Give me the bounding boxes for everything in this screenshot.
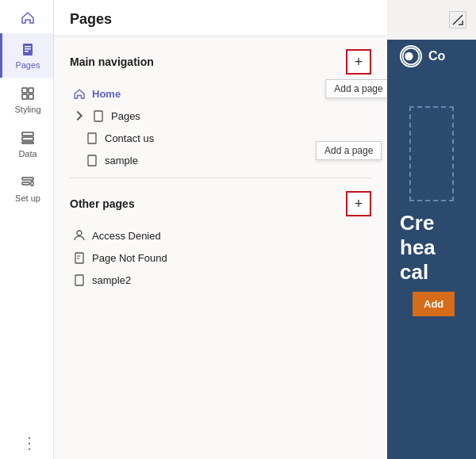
add-main-nav-page-button[interactable]: + <box>346 49 371 75</box>
resize-icon[interactable] <box>449 11 466 29</box>
preview-panel: Co Cre hea cal Add <box>387 0 476 459</box>
nav-sample-label: sample <box>105 155 138 166</box>
svg-rect-12 <box>22 182 29 185</box>
sidebar-more-button[interactable]: ... <box>12 436 41 453</box>
nav-item-pages[interactable]: Pages <box>70 105 371 127</box>
nav-home-label: Home <box>92 88 121 100</box>
preview-header-bar: Co <box>387 40 476 73</box>
page-icon <box>92 109 105 122</box>
pages-panel: Pages Main navigation + Add a page Home <box>54 0 387 459</box>
nav-item-page-not-found[interactable]: Page Not Found <box>70 247 371 269</box>
sidebar-item-home[interactable] <box>0 0 53 33</box>
sidebar-pages-label: Pages <box>15 60 40 70</box>
other-pages-header: Other pages + <box>70 191 371 216</box>
svg-rect-2 <box>25 48 31 50</box>
chevron-right-icon <box>73 109 86 122</box>
sidebar-item-styling[interactable]: Styling <box>0 78 53 122</box>
svg-rect-9 <box>22 137 33 140</box>
svg-rect-10 <box>22 142 33 143</box>
sidebar-styling-label: Styling <box>14 105 40 114</box>
sidebar: Pages Styling Data Set up ... <box>0 0 54 459</box>
page-icon-sample2 <box>73 273 86 286</box>
other-pages-section: Other pages + Access Denied <box>54 178 387 291</box>
panel-header: Pages <box>54 0 387 36</box>
preview-top-bar <box>387 0 476 40</box>
preview-dashed-box <box>409 106 454 201</box>
svg-point-21 <box>405 52 413 60</box>
user-page-icon-notfound <box>73 251 86 264</box>
user-page-icon-access <box>73 229 86 242</box>
svg-rect-7 <box>29 94 33 99</box>
svg-rect-16 <box>88 155 96 166</box>
nav-sample2-label: sample2 <box>92 274 131 286</box>
main-nav-header: Main navigation + <box>70 49 371 75</box>
sidebar-setup-label: Set up <box>15 193 40 203</box>
panel-title: Pages <box>70 11 112 27</box>
sidebar-item-pages[interactable]: Pages <box>0 33 53 78</box>
sidebar-data-label: Data <box>18 149 36 159</box>
preview-hero-title: Cre hea cal <box>400 211 463 285</box>
plus-icon: + <box>355 54 363 71</box>
nav-item-sample2[interactable]: sample2 <box>70 269 371 291</box>
svg-rect-19 <box>75 275 83 285</box>
svg-rect-6 <box>22 94 27 99</box>
svg-rect-3 <box>25 51 29 52</box>
page-icon-sample <box>86 154 98 166</box>
preview-add-button[interactable]: Add <box>413 292 455 316</box>
nav-pages-label: Pages <box>111 110 140 122</box>
preview-logo-circle <box>400 45 422 67</box>
other-pages-list: Access Denied Page Not Found sample2 <box>70 224 371 291</box>
main-nav-title: Main navigation <box>70 55 154 68</box>
add-page-tooltip: Add a page <box>316 141 382 160</box>
svg-rect-15 <box>88 133 96 143</box>
preview-logo-text: Co <box>428 49 445 63</box>
svg-rect-13 <box>31 182 33 186</box>
nav-access-denied-label: Access Denied <box>92 230 161 242</box>
svg-rect-5 <box>29 88 33 93</box>
other-pages-title: Other pages <box>70 197 135 210</box>
plus-icon-2: + <box>355 196 363 212</box>
svg-rect-1 <box>25 46 31 48</box>
main-navigation-section: Main navigation + Add a page Home <box>54 36 387 171</box>
sidebar-item-setup[interactable]: Set up <box>0 166 53 211</box>
panel-content: Main navigation + Add a page Home <box>54 36 387 459</box>
svg-rect-11 <box>22 178 33 180</box>
nav-item-access-denied[interactable]: Access Denied <box>70 224 371 247</box>
nav-page-not-found-label: Page Not Found <box>92 252 167 264</box>
home-nav-icon <box>73 87 86 100</box>
svg-rect-8 <box>22 132 33 136</box>
page-icon-contact <box>86 132 98 144</box>
svg-point-17 <box>77 231 82 235</box>
sidebar-item-data[interactable]: Data <box>0 122 53 166</box>
nav-contact-label: Contact us <box>105 132 154 144</box>
svg-rect-14 <box>94 111 102 121</box>
add-other-page-button[interactable]: + <box>346 191 371 216</box>
svg-rect-4 <box>22 88 27 93</box>
preview-hero: Cre hea cal Add <box>387 73 476 329</box>
